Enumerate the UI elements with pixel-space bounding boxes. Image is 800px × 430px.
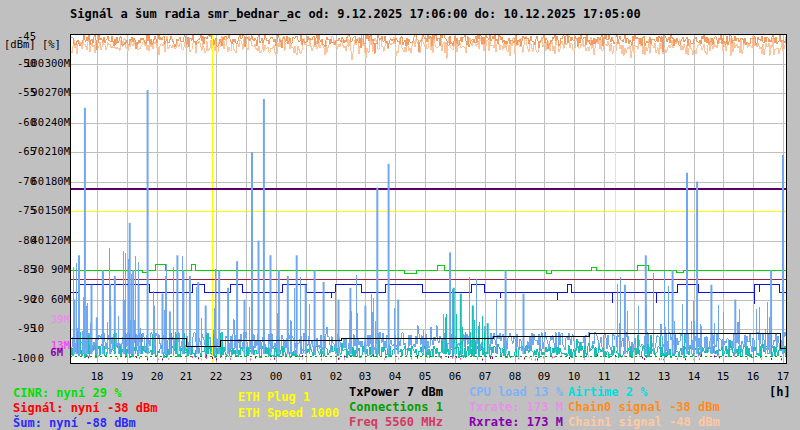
rate-dot bbox=[460, 358, 461, 360]
rate-dot bbox=[644, 358, 645, 360]
rate-dot bbox=[698, 355, 699, 357]
rate-dot bbox=[384, 358, 385, 360]
x-tick-10: 10 bbox=[565, 371, 583, 382]
rate-dot bbox=[642, 357, 643, 359]
rate-dot bbox=[661, 358, 662, 360]
legend-eth-speed: ETH Speed 1000 bbox=[238, 407, 339, 419]
rate-dot bbox=[452, 357, 453, 359]
rate-dot bbox=[771, 358, 772, 360]
x-tick-22: 22 bbox=[207, 371, 225, 382]
legend-txpower: TxPower 7 dBm bbox=[349, 386, 443, 398]
rate-dot bbox=[552, 356, 553, 358]
x-tick-17: 17 bbox=[774, 371, 792, 382]
y-label-pct: 10 bbox=[31, 323, 44, 334]
rate-dot bbox=[187, 354, 188, 356]
x-tick-23: 23 bbox=[237, 371, 255, 382]
rate-dot bbox=[515, 357, 516, 359]
x-tick-05: 05 bbox=[416, 371, 434, 382]
rate-dot bbox=[302, 355, 303, 357]
x-tick-04: 04 bbox=[386, 371, 404, 382]
rate-dot bbox=[270, 358, 271, 360]
rate-dot bbox=[624, 355, 625, 357]
y-label-mbit: 90M bbox=[51, 264, 70, 275]
x-tick-19: 19 bbox=[118, 371, 136, 382]
y-label-dbm: -100 bbox=[11, 353, 36, 364]
y-axis-top-label: -45 bbox=[17, 31, 36, 42]
rate-dot bbox=[344, 356, 345, 358]
x-tick-13: 13 bbox=[655, 371, 673, 382]
rate-dot bbox=[338, 358, 339, 360]
rate-dot bbox=[274, 358, 275, 360]
rate-marker-6M: 6M bbox=[50, 347, 63, 358]
legend-airtime: Airtime 2 % bbox=[568, 386, 647, 398]
rate-dot bbox=[479, 354, 480, 356]
x-tick-12: 12 bbox=[625, 371, 643, 382]
rate-dot bbox=[490, 357, 491, 359]
legend-freq: Freq 5560 MHz bbox=[349, 416, 443, 428]
x-tick-21: 21 bbox=[177, 371, 195, 382]
rate-dot bbox=[427, 356, 428, 358]
rate-dot bbox=[417, 357, 418, 359]
x-tick-07: 07 bbox=[476, 371, 494, 382]
x-tick-03: 03 bbox=[356, 371, 374, 382]
legend-chain1: Chain1 signal -48 dBm bbox=[568, 416, 720, 428]
rate-dot bbox=[117, 358, 118, 360]
rate-dot bbox=[98, 355, 99, 357]
rate-dot bbox=[533, 354, 534, 356]
rate-dot bbox=[398, 358, 399, 360]
x-tick-08: 08 bbox=[506, 371, 524, 382]
x-tick-15: 15 bbox=[714, 371, 732, 382]
rate-dot bbox=[299, 358, 300, 360]
y-label-pct: 50 bbox=[31, 205, 44, 216]
x-tick-00: 00 bbox=[267, 371, 285, 382]
monitoring-graph-page: { "title": "Signál a šum radia smr_bedna… bbox=[0, 0, 800, 430]
rate-dot bbox=[147, 358, 148, 360]
rate-dot bbox=[173, 354, 174, 356]
rate-dot bbox=[158, 358, 159, 360]
x-tick-20: 20 bbox=[148, 371, 166, 382]
rate-marker-39M: 39M bbox=[51, 314, 70, 325]
rate-dot bbox=[321, 354, 322, 356]
y-label-pct: 90 bbox=[31, 87, 44, 98]
rate-dot bbox=[747, 358, 748, 360]
rate-dot bbox=[529, 357, 530, 359]
rate-dot bbox=[201, 359, 202, 361]
rate-dot bbox=[554, 356, 555, 358]
rate-dot bbox=[344, 358, 345, 360]
y-label-mbit: 120M bbox=[45, 235, 70, 246]
rate-dot bbox=[531, 358, 532, 360]
legend-connections: Connections 1 bbox=[349, 401, 443, 413]
x-tick-11: 11 bbox=[595, 371, 613, 382]
rate-dot bbox=[373, 355, 374, 357]
y-label-pct: 30 bbox=[31, 264, 44, 275]
y-label-pct: 40 bbox=[31, 235, 44, 246]
rate-dot bbox=[719, 356, 720, 358]
y-label-mbit: 150M bbox=[45, 205, 70, 216]
rate-dot bbox=[492, 357, 493, 359]
x-tick-01: 01 bbox=[297, 371, 315, 382]
rate-dot bbox=[543, 357, 544, 359]
rate-dot bbox=[659, 358, 660, 360]
y-label-pct: 0 bbox=[38, 353, 44, 364]
legend-rxrate: Rxrate: 173 M bbox=[469, 416, 563, 428]
rate-dot bbox=[147, 356, 148, 358]
rate-dot bbox=[539, 356, 540, 358]
rate-dot bbox=[88, 356, 89, 358]
legend-cpu-load: CPU load 13 % bbox=[469, 386, 563, 398]
y-label-mbit: 240M bbox=[45, 117, 70, 128]
rate-dot bbox=[597, 355, 598, 357]
y-label-pct: 60 bbox=[31, 176, 44, 187]
x-tick-09: 09 bbox=[535, 371, 553, 382]
legend-noise: Šum: nyní -88 dBm bbox=[13, 417, 136, 429]
rate-dot bbox=[537, 359, 538, 361]
rate-dot bbox=[677, 358, 678, 360]
rate-dot bbox=[302, 358, 303, 360]
rate-dot bbox=[339, 358, 340, 360]
rate-dot bbox=[250, 359, 251, 361]
rate-dot bbox=[282, 355, 283, 357]
x-axis-unit: [h] bbox=[769, 386, 791, 398]
y-label-mbit: 270M bbox=[45, 87, 70, 98]
rate-dot bbox=[535, 359, 536, 361]
rate-dot bbox=[477, 358, 478, 360]
rate-dot bbox=[588, 355, 589, 357]
